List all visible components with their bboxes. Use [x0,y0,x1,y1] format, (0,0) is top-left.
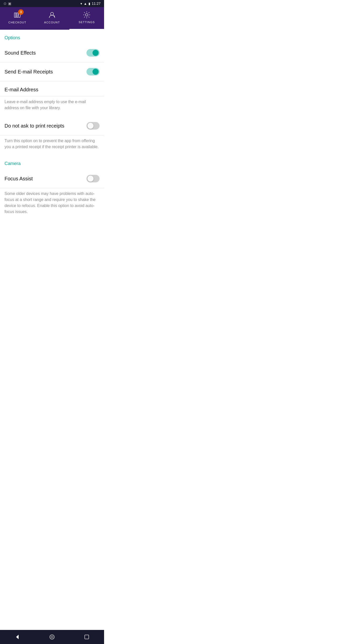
settings-content: Options Sound Effects Send E-mail Receip… [0,30,104,238]
status-bar: ⊙ ▣ ▾ ▲ ▮ 11:27 [0,0,104,7]
svg-point-3 [51,12,54,15]
signal-icon: ⊙ [4,2,7,6]
send-email-receipts-toggle[interactable] [86,68,100,75]
options-header: Options [0,30,104,44]
status-bar-left: ⊙ ▣ [4,2,11,6]
nav-item-account[interactable]: ACCOUNT [35,7,69,30]
camera-header: Camera [0,155,104,169]
do-not-print-row: Do not ask to print receipts [0,116,104,135]
account-label: ACCOUNT [44,21,60,24]
svg-rect-1 [16,13,18,17]
send-email-receipts-row: Send E-mail Receipts [0,62,104,81]
settings-icon-wrapper [82,11,91,19]
nav-item-settings[interactable]: SETTINGS [69,7,104,30]
svg-rect-0 [14,13,16,17]
focus-assist-toggle[interactable] [86,175,100,182]
focus-assist-row: Focus Assist [0,169,104,188]
checkout-badge: 3 [18,9,24,15]
wifi-icon: ▾ [80,2,82,6]
do-not-print-description: Turn this option on to prevent the app f… [0,135,104,155]
signal-bars-icon: ▲ [84,2,87,6]
settings-icon [82,11,91,19]
checkout-label: CHECKOUT [8,21,26,24]
sd-card-icon: ▣ [8,2,11,6]
settings-label: SETTINGS [79,21,95,24]
email-address-label: E-mail Address [5,87,100,96]
focus-assist-label: Focus Assist [5,176,33,182]
send-email-receipts-label: Send E-mail Receipts [5,69,53,75]
svg-point-6 [85,14,88,16]
camera-section: Camera Focus Assist Some older devices m… [0,155,104,220]
focus-assist-description: Some older devices may have problems wit… [0,188,104,220]
clock: 11:27 [92,2,101,6]
account-icon [48,11,56,19]
checkout-icon-wrapper: 3 [13,11,22,19]
sound-effects-label: Sound Effects [5,50,36,56]
options-section: Options Sound Effects Send E-mail Receip… [0,30,104,155]
do-not-print-toggle[interactable] [86,122,100,130]
email-address-description: Leave e-mail address empty to use the e-… [0,96,104,116]
battery-icon: ▮ [88,2,90,6]
account-icon-wrapper [48,11,56,19]
sound-effects-row: Sound Effects [0,44,104,62]
sound-effects-toggle[interactable] [86,49,100,57]
nav-item-checkout[interactable]: 3 CHECKOUT [0,7,35,30]
status-bar-right: ▾ ▲ ▮ 11:27 [80,2,101,6]
do-not-print-label: Do not ask to print receipts [5,123,64,129]
email-address-section: E-mail Address [0,81,104,96]
top-nav: 3 CHECKOUT ACCOUNT SETTINGS [0,7,104,30]
